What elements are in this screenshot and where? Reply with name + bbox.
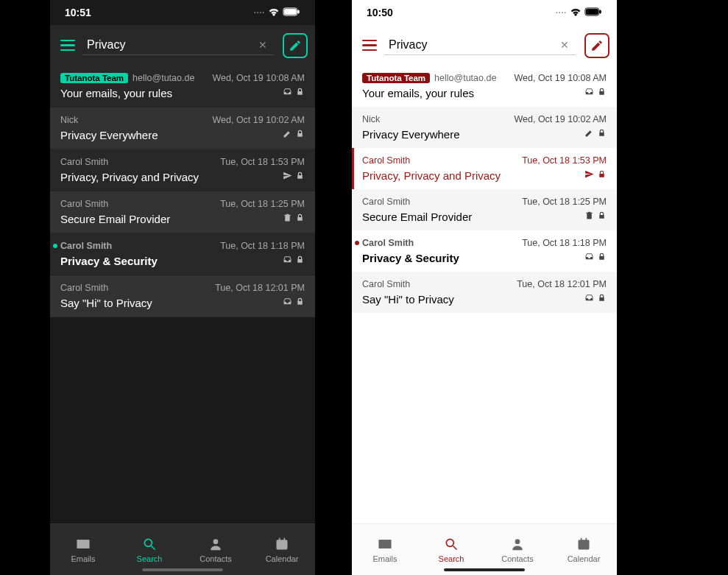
inbox-icon [584, 292, 594, 306]
email-row[interactable]: Carol Smith Tue, Oct 18 1:25 PM Secure E… [50, 191, 315, 233]
nav-emails[interactable]: Emails [50, 524, 116, 575]
clear-search-icon[interactable]: ✕ [256, 38, 269, 52]
email-row[interactable]: Tutanota Teamhello@tutao.de Wed, Oct 19 … [352, 66, 617, 107]
nav-calendar[interactable]: Calendar [551, 524, 617, 575]
draft-icon [584, 127, 594, 141]
svg-rect-5 [297, 175, 303, 179]
trash-icon [584, 210, 594, 223]
bottom-nav: EmailsSearchContactsCalendar [50, 523, 315, 575]
status-icons: ···· [254, 6, 300, 20]
home-indicator[interactable] [142, 568, 223, 571]
email-row[interactable]: Tutanota Teamhello@tutao.de Wed, Oct 19 … [50, 66, 315, 107]
sender-email: hello@tutao.de [132, 73, 194, 83]
nav-calendar[interactable]: Calendar [249, 524, 315, 575]
person-icon [510, 537, 525, 553]
svg-rect-22 [599, 215, 604, 219]
svg-rect-7 [297, 259, 303, 263]
svg-rect-8 [297, 301, 303, 305]
email-sender: Carol Smith [60, 157, 108, 167]
svg-point-25 [446, 539, 453, 546]
trash-icon [283, 212, 292, 225]
svg-rect-15 [284, 537, 286, 540]
email-row[interactable]: Carol Smith Tue, Oct 18 1:53 PM Privacy,… [50, 149, 315, 191]
email-date: Tue, Oct 18 1:25 PM [522, 197, 607, 207]
email-date: Tue, Oct 18 1:18 PM [522, 238, 607, 248]
email-row[interactable]: Carol Smith Tue, Oct 18 1:18 PM Privacy … [50, 233, 315, 275]
lock-icon [597, 127, 607, 141]
menu-button[interactable] [57, 35, 78, 56]
email-list[interactable]: Tutanota Teamhello@tutao.de Wed, Oct 19 … [50, 66, 315, 523]
svg-rect-3 [297, 91, 303, 95]
email-subject: Privacy & Security [60, 255, 158, 267]
email-date: Tue, Oct 18 1:25 PM [220, 199, 305, 209]
nav-search[interactable]: Search [116, 524, 183, 575]
svg-line-10 [152, 546, 155, 549]
svg-rect-21 [599, 174, 604, 177]
email-row[interactable]: Carol Smith Tue, Oct 18 12:01 PM Say "Hi… [352, 272, 617, 313]
email-list[interactable]: Tutanota Teamhello@tutao.de Wed, Oct 19 … [352, 66, 617, 523]
compose-button[interactable] [584, 33, 609, 58]
email-subject: Secure Email Provider [362, 211, 472, 223]
person-icon [208, 537, 223, 553]
compose-button[interactable] [283, 33, 308, 58]
status-time: 10:51 [65, 7, 91, 18]
status-icons: ···· [556, 6, 602, 20]
search-input[interactable]: Privacy ✕ [82, 35, 274, 55]
email-date: Tue, Oct 18 1:53 PM [522, 155, 607, 166]
svg-point-11 [213, 539, 219, 544]
nav-contacts[interactable]: Contacts [484, 524, 551, 575]
svg-rect-20 [599, 133, 604, 136]
svg-rect-14 [279, 537, 280, 540]
nav-label: Search [137, 554, 163, 563]
email-row[interactable]: Carol Smith Tue, Oct 18 1:18 PM Privacy … [352, 230, 617, 272]
search-value[interactable]: Privacy [389, 38, 558, 52]
svg-rect-17 [586, 9, 598, 15]
nav-contacts[interactable]: Contacts [183, 524, 249, 575]
search-icon [444, 537, 459, 553]
clear-search-icon[interactable]: ✕ [558, 38, 571, 52]
email-state-icons [283, 254, 305, 267]
search-input[interactable]: Privacy ✕ [384, 35, 576, 55]
calendar-icon [576, 537, 591, 553]
home-indicator[interactable] [444, 568, 525, 571]
svg-rect-4 [297, 133, 303, 137]
email-row[interactable]: Nick Wed, Oct 19 10:02 AM Privacy Everyw… [352, 107, 617, 148]
email-row[interactable]: Carol Smith Tue, Oct 18 12:01 PM Say "Hi… [50, 275, 315, 317]
cellular-icon: ···· [556, 9, 567, 17]
sender-badge: Tutanota Team [362, 73, 430, 83]
email-state-icons [584, 127, 607, 141]
email-subject: Privacy Everywhere [60, 129, 158, 141]
email-date: Wed, Oct 19 10:08 AM [212, 73, 305, 83]
email-state-icons [283, 170, 305, 183]
nav-label: Search [439, 554, 464, 563]
email-subject: Your emails, your rules [60, 87, 172, 99]
nav-label: Calendar [266, 554, 299, 563]
search-value[interactable]: Privacy [87, 38, 256, 52]
email-state-icons [584, 210, 607, 223]
menu-button[interactable] [359, 35, 380, 56]
email-row[interactable]: Nick Wed, Oct 19 10:02 AM Privacy Everyw… [50, 107, 315, 149]
lock-icon [295, 170, 305, 183]
email-date: Tue, Oct 18 1:18 PM [220, 241, 305, 251]
battery-icon [283, 7, 300, 18]
calendar-icon [275, 537, 289, 553]
email-subject: Privacy, Privacy and Privacy [362, 169, 501, 182]
svg-rect-24 [599, 297, 604, 301]
search-icon [142, 537, 157, 553]
nav-search[interactable]: Search [418, 524, 484, 575]
email-row[interactable]: Carol Smith Tue, Oct 18 1:53 PM Privacy,… [352, 148, 617, 189]
email-row[interactable]: Carol Smith Tue, Oct 18 1:25 PM Secure E… [352, 189, 617, 230]
wifi-icon [268, 6, 280, 20]
bottom-nav: EmailsSearchContactsCalendar [352, 523, 617, 575]
mail-icon [76, 537, 91, 553]
nav-emails[interactable]: Emails [352, 524, 418, 575]
email-sender: Carol Smith [362, 279, 410, 289]
email-subject: Say "Hi" to Privacy [362, 293, 454, 306]
email-subject: Say "Hi" to Privacy [60, 297, 152, 309]
lock-icon [597, 292, 607, 306]
cellular-icon: ···· [254, 9, 265, 17]
email-sender: Carol Smith [362, 238, 414, 248]
inbox-icon [584, 86, 594, 99]
email-date: Wed, Oct 19 10:02 AM [514, 114, 607, 124]
lock-icon [295, 254, 305, 267]
